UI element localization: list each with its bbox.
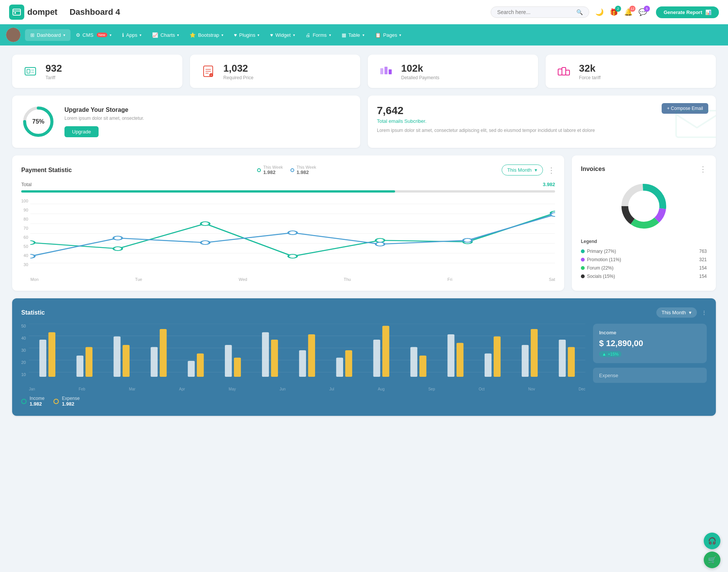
nav-item-table[interactable]: ▦ Table ▾ (336, 29, 370, 41)
svg-rect-73 (419, 356, 426, 377)
payment-controls: This Month ▾ ⋮ (502, 165, 555, 176)
progress-fill (21, 190, 395, 193)
invoices-card: Invoices ⋮ Legend (572, 155, 716, 291)
socials-color-dot (581, 274, 585, 278)
svg-rect-57 (123, 345, 130, 377)
svg-point-28 (30, 241, 35, 244)
income-expense-legends: Income 1.982 Expense 1.982 (21, 396, 585, 407)
legend-socials: Socials (15%) 154 (581, 272, 707, 281)
generate-report-button[interactable]: Generate Report 📊 (656, 6, 719, 18)
chevron-down-icon: ▾ (63, 33, 65, 37)
nav-item-apps[interactable]: ℹ Apps ▾ (117, 29, 147, 41)
nav-item-charts[interactable]: 📈 Charts ▾ (147, 29, 184, 41)
legend-this-week-1: This Week 1.982 (257, 165, 283, 175)
chevron-down-icon: ▾ (177, 33, 179, 37)
svg-point-37 (201, 241, 210, 244)
bell-btn[interactable]: 🔔 12 (624, 8, 632, 16)
total-row: Total 3.982 (21, 182, 555, 187)
detailed-payments-label: Detalled Payments (401, 75, 439, 80)
invoices-more-btn[interactable]: ⋮ (699, 165, 707, 174)
detailed-payments-number: 102k (401, 63, 439, 74)
table-icon: ▦ (342, 32, 346, 38)
upgrade-button[interactable]: Upgrade (64, 126, 99, 137)
required-price-label: Required Price (223, 75, 253, 80)
income-panel: Income $ 12,890,00 ▲ +15% (593, 324, 707, 363)
nav-item-cms[interactable]: ⚙ CMS New ▾ (71, 29, 117, 41)
svg-point-30 (201, 222, 210, 226)
svg-point-41 (551, 213, 555, 216)
moon-toggle[interactable]: 🌙 (595, 8, 604, 16)
income-legend: Income 1.982 (21, 396, 44, 407)
chevron-down-icon: ▾ (221, 33, 223, 37)
required-price-info: 1,032 Required Price (223, 63, 253, 80)
tariff-label: Tariff (46, 75, 62, 80)
storage-progress-ring: 75% (21, 105, 55, 139)
gift-btn[interactable]: 🎁 2 (610, 8, 618, 16)
svg-rect-16 (562, 67, 566, 75)
payment-title: Payment Statistic (21, 167, 72, 174)
line-chart-container: 10090807060504030 (21, 199, 555, 282)
svg-rect-77 (494, 337, 500, 377)
month-selector[interactable]: This Month ▾ (502, 165, 543, 176)
main-content: 932 Tariff + 1,032 Required Price (0, 45, 728, 425)
required-price-number: 1,032 (223, 63, 253, 74)
svg-rect-80 (559, 340, 566, 377)
search-input[interactable] (497, 9, 573, 15)
arrow-up-icon: ▲ (602, 352, 606, 356)
stat-card-detailed-payments: 102k Detalled Payments (368, 55, 538, 88)
page-title: Dashboard 4 (69, 7, 491, 17)
svg-rect-3 (27, 69, 30, 73)
bootstrap-icon: ⭐ (190, 32, 196, 38)
chat-btn[interactable]: 💬 5 (639, 8, 647, 16)
legend-promotion: Promotion (11%) 321 (581, 255, 707, 264)
stat-card-required-price: + 1,032 Required Price (190, 55, 360, 88)
tariff-icon (21, 62, 39, 80)
search-bar[interactable]: 🔍 (491, 6, 589, 18)
widget-icon: ♥ (270, 32, 273, 38)
svg-rect-68 (336, 358, 343, 377)
statistic-title: Statistic (21, 309, 45, 316)
nav-item-pages[interactable]: 📋 Pages ▾ (370, 29, 407, 41)
svg-rect-61 (197, 353, 204, 377)
svg-point-29 (113, 247, 122, 251)
income-change-badge: ▲ +15% (599, 351, 621, 357)
nav-item-widget[interactable]: ♥ Widget ▾ (265, 29, 300, 41)
chat-badge: 5 (644, 6, 650, 12)
logo-icon (9, 5, 24, 20)
statistic-x-axis: JanFebMarAprMayJunJulAugSepOctNovDec (29, 387, 585, 391)
svg-rect-5 (31, 72, 34, 73)
statistic-more-btn[interactable]: ⋮ (701, 310, 707, 316)
svg-rect-65 (271, 340, 278, 377)
more-options-btn[interactable]: ⋮ (548, 166, 555, 175)
statistic-month-selector[interactable]: This Month ▾ (656, 307, 697, 318)
expense-legend: Expense 1.982 (53, 396, 80, 407)
svg-rect-78 (522, 345, 529, 377)
bar-chart-section: 5040302010 JanFebMar (21, 324, 585, 407)
gift-badge: 2 (615, 6, 621, 12)
bell-badge: 12 (629, 6, 635, 12)
nav-item-forms[interactable]: 🖨 Forms ▾ (300, 29, 336, 41)
svg-rect-52 (39, 340, 46, 377)
invoices-header: Invoices ⋮ (581, 165, 707, 174)
chevron-down-icon: ▾ (110, 33, 111, 37)
svg-rect-0 (13, 9, 20, 15)
nav-item-bootstrap[interactable]: ⭐ Bootstrap ▾ (184, 29, 229, 41)
storage-card: 75% Upgrade Your Storage Lorem ipsum dol… (12, 96, 360, 148)
svg-rect-59 (160, 329, 166, 377)
detailed-payments-info: 102k Detalled Payments (401, 63, 439, 80)
force-tariff-label: Force tariff (579, 75, 601, 80)
nav-item-plugins[interactable]: ♥ Plugins ▾ (229, 29, 265, 41)
svg-rect-79 (531, 329, 538, 377)
svg-rect-63 (234, 358, 241, 377)
mid-row: 75% Upgrade Your Storage Lorem ipsum dol… (12, 96, 716, 148)
nav-item-dashboard[interactable]: ⊞ Dashboard ▾ (25, 29, 71, 41)
income-panels: Income $ 12,890,00 ▲ +15% Expense (593, 324, 707, 407)
logo-text: dompet (27, 7, 57, 17)
svg-point-38 (289, 231, 297, 235)
payment-legend: This Week 1.982 This Week 1.982 (257, 165, 316, 175)
svg-rect-14 (389, 69, 392, 74)
svg-rect-81 (568, 347, 575, 377)
tariff-number: 932 (46, 63, 62, 74)
svg-rect-71 (383, 326, 389, 377)
stat-card-tariff: 932 Tariff (12, 55, 182, 88)
